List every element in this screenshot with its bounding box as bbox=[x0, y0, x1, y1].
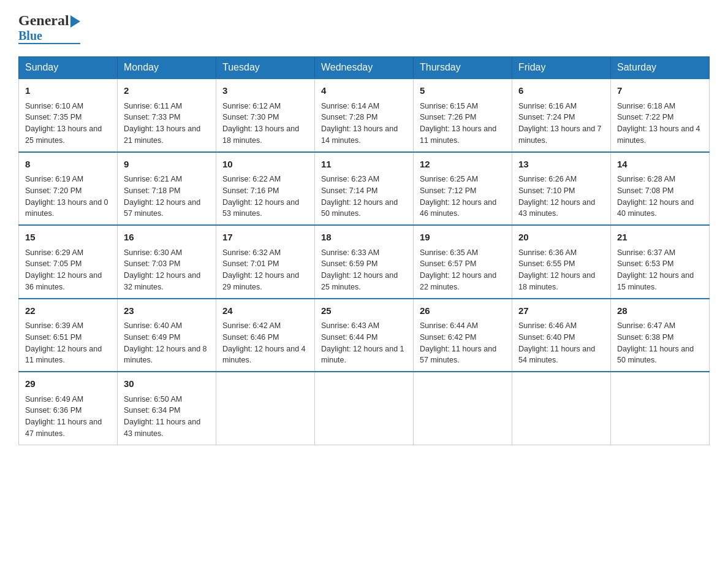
calendar-cell: 20Sunrise: 6:36 AMSunset: 6:55 PMDayligh… bbox=[512, 225, 611, 299]
day-number: 16 bbox=[124, 231, 210, 245]
logo-blue-text: Blue bbox=[18, 29, 42, 43]
calendar-cell: 11Sunrise: 6:23 AMSunset: 7:14 PMDayligh… bbox=[315, 152, 414, 226]
day-number: 10 bbox=[222, 158, 308, 172]
day-info: Sunrise: 6:23 AMSunset: 7:14 PMDaylight:… bbox=[321, 174, 407, 220]
day-number: 19 bbox=[420, 231, 506, 245]
weekday-header-tuesday: Tuesday bbox=[216, 57, 315, 79]
day-number: 26 bbox=[420, 304, 506, 318]
logo-arrow-icon bbox=[70, 15, 80, 28]
calendar-cell: 23Sunrise: 6:40 AMSunset: 6:49 PMDayligh… bbox=[118, 299, 216, 372]
day-info: Sunrise: 6:12 AMSunset: 7:30 PMDaylight:… bbox=[222, 101, 308, 147]
day-number: 9 bbox=[124, 158, 210, 172]
calendar-cell: 24Sunrise: 6:42 AMSunset: 6:46 PMDayligh… bbox=[216, 299, 315, 372]
day-info: Sunrise: 6:10 AMSunset: 7:35 PMDaylight:… bbox=[25, 101, 111, 147]
day-info: Sunrise: 6:21 AMSunset: 7:18 PMDaylight:… bbox=[124, 174, 210, 220]
calendar-week-5: 29Sunrise: 6:49 AMSunset: 6:36 PMDayligh… bbox=[19, 372, 710, 445]
calendar-cell: 7Sunrise: 6:18 AMSunset: 7:22 PMDaylight… bbox=[611, 79, 710, 152]
calendar-cell: 27Sunrise: 6:46 AMSunset: 6:40 PMDayligh… bbox=[512, 299, 611, 372]
calendar-table: SundayMondayTuesdayWednesdayThursdayFrid… bbox=[18, 56, 710, 445]
calendar-cell: 2Sunrise: 6:11 AMSunset: 7:33 PMDaylight… bbox=[118, 79, 216, 152]
day-info: Sunrise: 6:15 AMSunset: 7:26 PMDaylight:… bbox=[420, 101, 506, 147]
day-info: Sunrise: 6:22 AMSunset: 7:16 PMDaylight:… bbox=[222, 174, 308, 220]
day-info: Sunrise: 6:40 AMSunset: 6:49 PMDaylight:… bbox=[124, 320, 210, 366]
calendar-cell: 3Sunrise: 6:12 AMSunset: 7:30 PMDaylight… bbox=[216, 79, 315, 152]
weekday-header-saturday: Saturday bbox=[611, 57, 710, 79]
day-number: 22 bbox=[25, 304, 111, 318]
day-info: Sunrise: 6:19 AMSunset: 7:20 PMDaylight:… bbox=[25, 174, 111, 220]
calendar-cell: 5Sunrise: 6:15 AMSunset: 7:26 PMDaylight… bbox=[414, 79, 512, 152]
day-info: Sunrise: 6:43 AMSunset: 6:44 PMDaylight:… bbox=[321, 320, 407, 366]
day-info: Sunrise: 6:36 AMSunset: 6:55 PMDaylight:… bbox=[518, 247, 604, 293]
day-number: 18 bbox=[321, 231, 407, 245]
calendar-cell: 14Sunrise: 6:28 AMSunset: 7:08 PMDayligh… bbox=[611, 152, 710, 226]
logo: General Blue bbox=[18, 12, 80, 44]
day-number: 28 bbox=[617, 304, 703, 318]
calendar-cell: 22Sunrise: 6:39 AMSunset: 6:51 PMDayligh… bbox=[19, 299, 118, 372]
calendar-cell: 29Sunrise: 6:49 AMSunset: 6:36 PMDayligh… bbox=[19, 372, 118, 445]
day-number: 20 bbox=[518, 231, 604, 245]
day-number: 24 bbox=[222, 304, 308, 318]
day-number: 17 bbox=[222, 231, 308, 245]
day-info: Sunrise: 6:49 AMSunset: 6:36 PMDaylight:… bbox=[25, 394, 111, 440]
day-info: Sunrise: 6:30 AMSunset: 7:03 PMDaylight:… bbox=[124, 247, 210, 293]
calendar-cell: 1Sunrise: 6:10 AMSunset: 7:35 PMDaylight… bbox=[19, 79, 118, 152]
day-info: Sunrise: 6:33 AMSunset: 6:59 PMDaylight:… bbox=[321, 247, 407, 293]
weekday-header-wednesday: Wednesday bbox=[315, 57, 414, 79]
calendar-cell: 18Sunrise: 6:33 AMSunset: 6:59 PMDayligh… bbox=[315, 225, 414, 299]
day-number: 15 bbox=[25, 231, 111, 245]
day-number: 30 bbox=[124, 377, 210, 391]
day-number: 2 bbox=[124, 84, 210, 98]
calendar-cell: 21Sunrise: 6:37 AMSunset: 6:53 PMDayligh… bbox=[611, 225, 710, 299]
calendar-cell bbox=[512, 372, 611, 445]
calendar-cell: 30Sunrise: 6:50 AMSunset: 6:34 PMDayligh… bbox=[118, 372, 216, 445]
calendar-cell: 25Sunrise: 6:43 AMSunset: 6:44 PMDayligh… bbox=[315, 299, 414, 372]
day-info: Sunrise: 6:28 AMSunset: 7:08 PMDaylight:… bbox=[617, 174, 703, 220]
day-info: Sunrise: 6:14 AMSunset: 7:28 PMDaylight:… bbox=[321, 101, 407, 147]
calendar-cell bbox=[611, 372, 710, 445]
calendar-cell: 15Sunrise: 6:29 AMSunset: 7:05 PMDayligh… bbox=[19, 225, 118, 299]
calendar-week-1: 1Sunrise: 6:10 AMSunset: 7:35 PMDaylight… bbox=[19, 79, 710, 152]
day-info: Sunrise: 6:11 AMSunset: 7:33 PMDaylight:… bbox=[124, 101, 210, 147]
calendar-week-3: 15Sunrise: 6:29 AMSunset: 7:05 PMDayligh… bbox=[19, 225, 710, 299]
day-info: Sunrise: 6:47 AMSunset: 6:38 PMDaylight:… bbox=[617, 320, 703, 366]
page-header: General Blue bbox=[18, 12, 710, 44]
day-info: Sunrise: 6:16 AMSunset: 7:24 PMDaylight:… bbox=[518, 101, 604, 147]
day-number: 5 bbox=[420, 84, 506, 98]
calendar-cell: 6Sunrise: 6:16 AMSunset: 7:24 PMDaylight… bbox=[512, 79, 611, 152]
calendar-cell: 10Sunrise: 6:22 AMSunset: 7:16 PMDayligh… bbox=[216, 152, 315, 226]
calendar-week-2: 8Sunrise: 6:19 AMSunset: 7:20 PMDaylight… bbox=[19, 152, 710, 226]
day-info: Sunrise: 6:18 AMSunset: 7:22 PMDaylight:… bbox=[617, 101, 703, 147]
weekday-header-thursday: Thursday bbox=[414, 57, 512, 79]
logo-image: General Blue bbox=[18, 12, 80, 44]
weekday-header-sunday: Sunday bbox=[19, 57, 118, 79]
calendar-cell: 19Sunrise: 6:35 AMSunset: 6:57 PMDayligh… bbox=[414, 225, 512, 299]
calendar-cell: 4Sunrise: 6:14 AMSunset: 7:28 PMDaylight… bbox=[315, 79, 414, 152]
day-number: 14 bbox=[617, 158, 703, 172]
logo-general-text: General bbox=[18, 12, 69, 29]
day-info: Sunrise: 6:46 AMSunset: 6:40 PMDaylight:… bbox=[518, 320, 604, 366]
day-info: Sunrise: 6:35 AMSunset: 6:57 PMDaylight:… bbox=[420, 247, 506, 293]
day-info: Sunrise: 6:44 AMSunset: 6:42 PMDaylight:… bbox=[420, 320, 506, 366]
day-info: Sunrise: 6:42 AMSunset: 6:46 PMDaylight:… bbox=[222, 320, 308, 366]
day-number: 3 bbox=[222, 84, 308, 98]
calendar-cell: 12Sunrise: 6:25 AMSunset: 7:12 PMDayligh… bbox=[414, 152, 512, 226]
day-number: 12 bbox=[420, 158, 506, 172]
day-info: Sunrise: 6:50 AMSunset: 6:34 PMDaylight:… bbox=[124, 394, 210, 440]
day-number: 27 bbox=[518, 304, 604, 318]
day-info: Sunrise: 6:37 AMSunset: 6:53 PMDaylight:… bbox=[617, 247, 703, 293]
calendar-cell: 28Sunrise: 6:47 AMSunset: 6:38 PMDayligh… bbox=[611, 299, 710, 372]
day-info: Sunrise: 6:25 AMSunset: 7:12 PMDaylight:… bbox=[420, 174, 506, 220]
day-info: Sunrise: 6:29 AMSunset: 7:05 PMDaylight:… bbox=[25, 247, 111, 293]
weekday-header-friday: Friday bbox=[512, 57, 611, 79]
day-info: Sunrise: 6:32 AMSunset: 7:01 PMDaylight:… bbox=[222, 247, 308, 293]
day-number: 7 bbox=[617, 84, 703, 98]
day-number: 23 bbox=[124, 304, 210, 318]
calendar-cell bbox=[315, 372, 414, 445]
calendar-week-4: 22Sunrise: 6:39 AMSunset: 6:51 PMDayligh… bbox=[19, 299, 710, 372]
day-number: 4 bbox=[321, 84, 407, 98]
day-number: 25 bbox=[321, 304, 407, 318]
day-number: 13 bbox=[518, 158, 604, 172]
day-number: 8 bbox=[25, 158, 111, 172]
logo-underline bbox=[18, 43, 80, 44]
calendar-cell: 8Sunrise: 6:19 AMSunset: 7:20 PMDaylight… bbox=[19, 152, 118, 226]
